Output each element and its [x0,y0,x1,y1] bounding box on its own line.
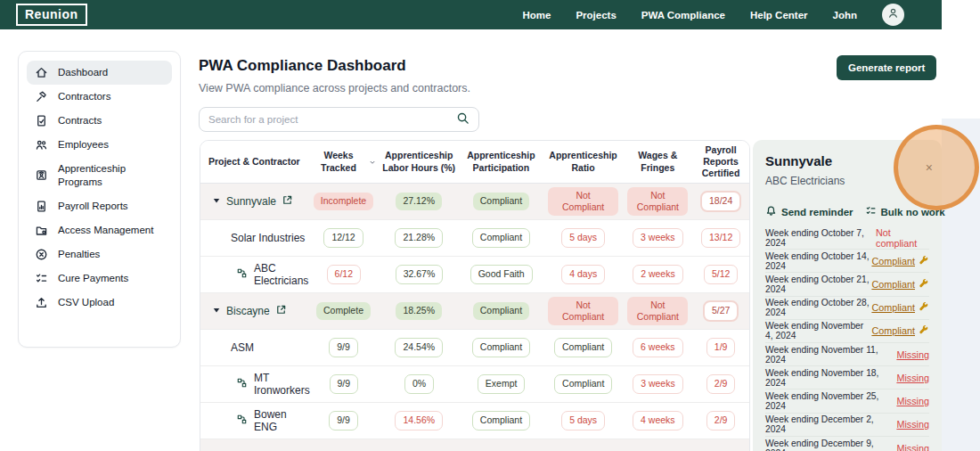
status-badge: 32.67% [396,265,444,283]
expand-triangle-icon[interactable] [212,195,221,208]
sidebar-item-contractors[interactable]: Contractors [27,85,172,109]
column-header-5: Apprenticeship Ratio [543,141,624,183]
bulk-no-work-button[interactable]: Bulk no work [865,205,945,218]
compliance-table: Project & ContractorWeeks TrackedApprent… [200,140,750,451]
project-search[interactable] [199,107,479,132]
sidebar-item-apprenticeship-programs[interactable]: Apprenticeship Programs [27,157,172,194]
status-badge: Incomplete [314,193,373,209]
apprentice-icon [35,168,48,182]
nav-link-projects[interactable]: Projects [576,10,616,20]
sort-chevron-icon[interactable] [369,159,376,166]
week-status-missing[interactable]: Missing [896,349,929,360]
table-row-sunnyvale[interactable]: SunnyvaleIncomplete27.12%CompliantNot Co… [200,184,749,220]
sidebar-item-payroll-reports[interactable]: Payroll Reports [27,194,172,218]
sidebar-item-employees[interactable]: Employees [27,133,172,157]
nav-link-help-center[interactable]: Help Center [750,10,808,20]
column-header-label: Apprenticeship Labor Hours (%) [381,150,456,173]
sidebar-item-csv-upload[interactable]: CSV Upload [27,291,172,315]
status-badge: 2 weeks [633,265,683,283]
table-row-biscayne[interactable]: BiscayneComplete18.25%CompliantNot Compl… [200,293,749,330]
column-header-label: Weeks Tracked [311,150,367,173]
compliance-cell: 9/9 [308,374,380,393]
status-badge: Compliant [554,338,612,357]
status-badge: 6/12 [327,265,361,283]
compliance-cell: 2 weeks [624,265,693,283]
sidebar-item-cure-payments[interactable]: Cure Payments [27,266,172,291]
right-gutter [942,0,980,451]
compliance-cell: 18.25% [379,302,459,319]
sidebar-item-dashboard[interactable]: Dashboard [27,61,172,85]
compliance-cell: Compliant [459,338,543,357]
week-status-list: Week ending October 7, 2024Not compliant… [765,226,929,451]
compliance-cell: 14.56% [379,411,459,430]
compliance-cell: Complete [308,302,380,319]
action-label: Send reminder [781,207,853,217]
panel-actions: Send reminderBulk no work [765,205,929,218]
table-row-bowen-eng[interactable]: Bowen ENG9/914.56%Compliant5 days4 weeks… [200,403,749,439]
week-status-compliant[interactable]: Compliant [871,255,929,267]
status-badge: Not Compliant [548,297,618,325]
status-badge: Not Compliant [627,297,688,325]
wrench-icon[interactable] [919,255,929,267]
status-badge: Compliant [472,411,530,430]
table-row-abc-electricians[interactable]: ABC Electricians6/1232.67%Good Faith4 da… [200,257,749,293]
external-link-icon[interactable] [275,304,287,318]
table-row-solar-industries[interactable]: Solar Industries12/1221.28%Compliant5 da… [200,220,749,257]
week-status-missing[interactable]: Missing [896,419,929,430]
week-row: Week ending October 28, 2024Compliant [765,297,929,320]
status-badge: Complete [316,302,371,319]
sidebar-item-contracts[interactable]: Contracts [27,109,172,133]
generate-report-button[interactable]: Generate report [837,55,936,80]
table-row-mt-ironworkers[interactable]: MT Ironworkers9/90%ExemptCompliant3 week… [200,366,749,403]
sidebar-item-label: Contractors [58,90,110,103]
search-icon[interactable] [456,111,470,128]
sidebar-item-penalties[interactable]: Penalties [27,242,172,266]
status-badge: 18/24 [700,191,741,211]
person-icon [886,6,900,23]
nav-user-name[interactable]: John [833,10,857,20]
week-status-compliant[interactable]: Compliant [871,324,929,337]
project-detail-panel: Sunnyvale × ABC Electricians Send remind… [753,140,942,451]
status-badge: 18.25% [396,302,442,319]
wrench-icon[interactable] [919,324,929,337]
project-contractor-cell: MT Ironworkers [200,372,308,397]
reunion-logo[interactable]: Reunion [16,4,87,26]
wrench-icon[interactable] [919,301,929,314]
external-link-icon[interactable] [282,194,293,209]
close-icon[interactable]: × [926,161,933,174]
column-header-2[interactable]: Weeks Tracked [308,141,380,183]
send-reminder-button[interactable]: Send reminder [765,205,853,218]
row-name-label: MT Ironworkers [254,372,310,397]
week-row: Week ending November 4, 2024Compliant [765,320,929,343]
project-contractor-cell: ABC Electricians [200,262,308,287]
status-badge: 5 days [561,411,605,430]
wrench-icon[interactable] [919,278,929,291]
week-date-label: Week ending October 7, 2024 [765,228,876,248]
row-name-label: ASM [231,341,254,354]
user-avatar[interactable] [882,4,904,26]
row-name-label: Biscayne [226,305,270,317]
column-header-label: Payroll Reports Certified [695,144,747,179]
status-badge: Good Faith [470,265,533,283]
status-badge: 9/9 [329,338,358,357]
week-status-compliant[interactable]: Compliant [871,301,929,314]
compliance-cell: 27.12% [379,193,459,209]
week-date-label: Week ending November 11, 2024 [765,345,896,365]
expand-triangle-icon[interactable] [212,305,221,317]
week-status-missing[interactable]: Missing [896,443,929,451]
week-row: Week ending October 7, 2024Not compliant [765,226,929,250]
sidebar-item-access-management[interactable]: Access Management [27,218,172,242]
search-input[interactable] [208,114,456,125]
panel-contractor-name: ABC Electricians [765,175,929,187]
week-status-missing[interactable]: Missing [896,396,929,406]
table-row-asm[interactable]: ASM9/924.54%CompliantCompliant6 weeks1/9 [200,330,749,366]
status-badge: 27.12% [396,193,442,209]
week-status-missing[interactable]: Missing [896,373,929,383]
home-icon [35,66,48,79]
status-badge: 0% [404,374,434,393]
nav-link-home[interactable]: Home [522,10,551,20]
status-badge: Exempt [478,374,526,393]
week-status-compliant[interactable]: Compliant [871,278,929,291]
compliance-cell: Incomplete [308,193,380,209]
nav-link-pwa-compliance[interactable]: PWA Compliance [641,10,725,20]
